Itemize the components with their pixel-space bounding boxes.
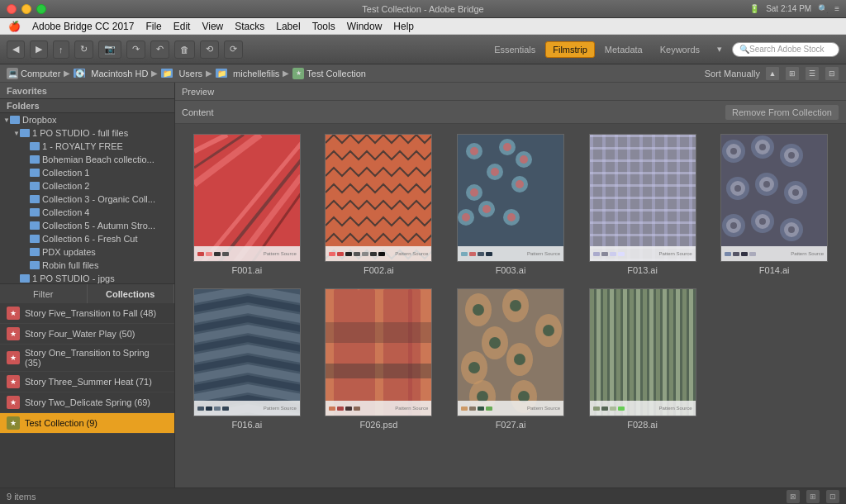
folder-item[interactable]: Collection 5 - Autumn Stro... — [0, 219, 174, 232]
svg-rect-41 — [590, 172, 696, 174]
essentials-workspace-btn[interactable]: Essentials — [487, 41, 543, 58]
thumbnail-item[interactable]: Pattern SourceF003.ai — [449, 134, 573, 275]
workspace-menu-btn[interactable]: ▾ — [710, 41, 730, 58]
collection-item[interactable]: ★Story Four_Water Play (50) — [0, 324, 174, 345]
folder-item[interactable]: Collection 3 - Organic Coll... — [0, 193, 174, 206]
camera-button[interactable]: 📷 — [98, 40, 121, 59]
up-button[interactable]: ↑ — [53, 40, 69, 59]
menu-edit[interactable]: Edit — [169, 19, 196, 34]
folder-item[interactable]: Collection 1 — [0, 166, 174, 179]
folder-item[interactable]: PDX updates — [0, 245, 174, 259]
menu-app[interactable]: Adobe Bridge CC 2017 — [27, 19, 139, 34]
apple-menu[interactable]: 🍎 — [3, 19, 26, 34]
color-swatch — [618, 252, 625, 256]
folder-arrow-icon — [23, 156, 30, 163]
folder-item[interactable]: Robin full files — [0, 259, 174, 272]
menu-view[interactable]: View — [197, 19, 228, 34]
rotate-cw-button[interactable]: ↷ — [126, 40, 145, 59]
sort-asc-btn[interactable]: ▲ — [765, 66, 780, 81]
svg-point-64 — [763, 181, 770, 188]
folder-arrow-icon — [23, 209, 30, 216]
svg-rect-79 — [334, 289, 359, 416]
collection-label: Story Four_Water Play (50) — [25, 329, 135, 339]
stock-search-input[interactable]: 🔍 Search Adobe Stock — [732, 42, 839, 57]
filmstrip-workspace-btn[interactable]: Filmstrip — [545, 41, 595, 58]
titlebar: Test Collection - Adobe Bridge 🔋 Sat 2:1… — [0, 0, 846, 18]
grid-size-large-icon[interactable]: ⊡ — [826, 490, 839, 503]
thumbnail-item[interactable]: Pattern SourceF013.ai — [581, 134, 705, 275]
menu-file[interactable]: File — [140, 19, 166, 34]
undo-button[interactable]: ⟲ — [200, 40, 219, 59]
thumbnail-filename: F013.ai — [627, 265, 658, 275]
list-view-btn[interactable]: ☰ — [805, 66, 820, 81]
folder-item[interactable]: ▼1 PO STUDIO - full files — [0, 126, 174, 140]
folder-item[interactable]: 1 PO STUDIO - jpgs — [0, 272, 174, 283]
delete-button[interactable]: 🗑 — [174, 40, 195, 59]
maximize-button[interactable] — [36, 4, 46, 14]
path-collection[interactable]: ★ Test Collection — [292, 68, 366, 79]
thumbnail-item[interactable]: Pattern SourceF027.ai — [449, 288, 573, 430]
thumbnail-item[interactable]: Pattern SourceF002.ai — [317, 134, 441, 275]
collections-tab[interactable]: Collections — [88, 284, 175, 303]
folder-label: Collection 2 — [42, 181, 89, 191]
menu-help[interactable]: Help — [388, 19, 419, 34]
folder-arrow-icon: ▼ — [3, 116, 10, 123]
svg-point-89 — [510, 300, 521, 311]
svg-rect-107 — [616, 289, 620, 416]
minimize-button[interactable] — [21, 4, 31, 14]
remove-from-collection-button[interactable]: Remove From Collection — [725, 104, 839, 121]
folder-item[interactable]: 1 - ROYALTY FREE — [0, 140, 174, 153]
search-icon[interactable]: 🔍 — [818, 4, 828, 13]
thumbnail-item[interactable]: Pattern SourceF028.ai — [581, 288, 705, 430]
path-user-folder[interactable]: 📁 michellefilis — [216, 69, 279, 78]
folder-item[interactable]: ▼Dropbox — [0, 113, 174, 126]
metadata-workspace-btn[interactable]: Metadata — [597, 41, 650, 58]
collection-item[interactable]: ★Story Three_Summer Heat (71) — [0, 372, 174, 392]
folder-item[interactable]: Collection 2 — [0, 179, 174, 193]
color-swatch — [329, 252, 335, 256]
rotate-ccw-button[interactable]: ↶ — [150, 40, 169, 59]
menu-tools[interactable]: Tools — [307, 19, 340, 34]
folder-icon-user: 📁 — [216, 69, 227, 78]
grid-size-medium-icon[interactable]: ⊞ — [806, 490, 820, 503]
collection-icon: ★ — [292, 68, 304, 79]
grid-size-small-icon[interactable]: ⊠ — [787, 490, 800, 503]
redo-button[interactable]: ⟳ — [224, 40, 243, 59]
collection-item[interactable]: ★Test Collection (9) — [0, 413, 174, 434]
path-computer[interactable]: 💻 Computer — [7, 68, 60, 79]
color-swatch — [478, 252, 484, 256]
thumbnail-grid: Pattern SourceF001.aiPattern SourceF002.… — [175, 124, 846, 487]
keywords-workspace-btn[interactable]: Keywords — [653, 41, 707, 58]
menu-stacks[interactable]: Stacks — [230, 19, 269, 34]
grid-view-btn[interactable]: ⊞ — [785, 66, 800, 81]
sort-label: Sort Manually — [705, 69, 760, 78]
folder-item[interactable]: Bohemian Beach collectio... — [0, 153, 174, 166]
collection-item[interactable]: ★Story Five_Transition to Fall (48) — [0, 303, 174, 324]
panel-tabs: Filter Collections — [0, 283, 174, 303]
thumbnail-item[interactable]: Pattern SourceF001.ai — [185, 134, 309, 275]
folder-arrow-icon — [23, 235, 30, 242]
refresh-button[interactable]: ↻ — [74, 40, 93, 59]
detail-view-btn[interactable]: ⊟ — [825, 66, 839, 81]
filter-tab[interactable]: Filter — [0, 284, 88, 303]
collection-item[interactable]: ★Story One_Transition to Spring (35) — [0, 345, 174, 372]
thumbnail-item[interactable]: Pattern SourceF014.ai — [712, 134, 836, 275]
menu-window[interactable]: Window — [342, 19, 387, 34]
forward-button[interactable]: ▶ — [30, 40, 48, 59]
close-button[interactable] — [7, 4, 17, 14]
svg-rect-117 — [682, 289, 687, 416]
brand-label: Pattern Source — [659, 251, 692, 256]
path-macintosh[interactable]: 💽 Macintosh HD — [74, 69, 148, 78]
menu-label[interactable]: Label — [271, 19, 305, 34]
path-users[interactable]: 📁 Users — [161, 69, 202, 78]
svg-point-17 — [470, 188, 478, 197]
collection-item[interactable]: ★Story Two_Delicate Spring (69) — [0, 392, 174, 413]
thumbnail-item[interactable]: Pattern SourceF026.psd — [317, 288, 441, 430]
thumbnail-item[interactable]: Pattern SourceF016.ai — [185, 288, 309, 430]
back-button[interactable]: ◀ — [7, 40, 25, 59]
folder-item[interactable]: Collection 6 - Fresh Cut — [0, 232, 174, 245]
menu-icon[interactable]: ≡ — [834, 4, 839, 13]
left-panel: Favorites Folders ▼Dropbox▼1 PO STUDIO -… — [0, 83, 175, 487]
color-swatch — [469, 407, 476, 411]
folder-item[interactable]: Collection 4 — [0, 206, 174, 219]
